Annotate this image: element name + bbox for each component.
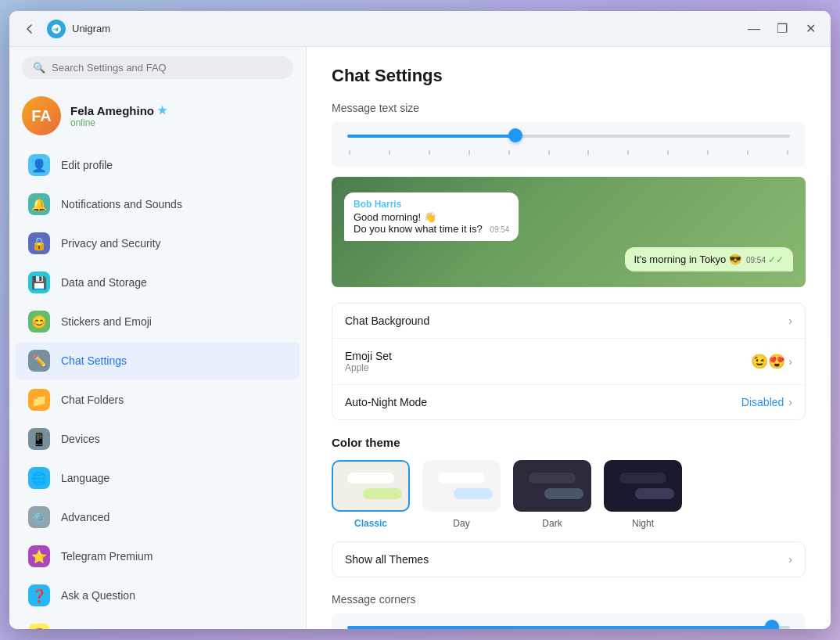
titlebar-left: Unigram <box>19 18 110 40</box>
message-corners-label: Message corners <box>332 593 806 606</box>
tick <box>587 150 589 155</box>
chat-background-label: Chat Background <box>345 315 788 327</box>
slider-fill <box>347 135 515 138</box>
emoji-set-label: Emoji Set <box>345 350 751 362</box>
chat-preview: Bob Harris Good morning! 👋 Do you know w… <box>332 177 806 287</box>
day-preview <box>422 460 501 512</box>
profile-name: Fela Ameghino ★ <box>70 104 167 117</box>
tick <box>667 150 669 155</box>
tick <box>548 150 550 155</box>
sidebar-item-label: Chat Folders <box>61 394 124 406</box>
reply-time: 09:54 <box>746 256 766 264</box>
emoji-set-row[interactable]: Emoji Set Apple 😉😍 › <box>332 339 805 385</box>
message-size-label: Message text size <box>332 102 806 114</box>
show-all-themes-row[interactable]: Show all Themes › <box>332 542 805 577</box>
sidebar-item-devices[interactable]: 📱 Devices <box>16 420 300 458</box>
chevron-icon: › <box>788 315 792 327</box>
tick <box>389 150 390 155</box>
slider-ticks <box>347 150 790 155</box>
dark-label: Dark <box>542 518 562 529</box>
double-check-icon: ✓✓ <box>768 254 784 265</box>
emoji-set-info: Emoji Set Apple <box>345 350 751 373</box>
search-input[interactable] <box>52 62 282 74</box>
avatar: FA <box>22 96 61 135</box>
night-preview <box>604 460 682 512</box>
theme-classic[interactable]: Classic <box>332 460 410 529</box>
sidebar-item-label: Notifications and Sounds <box>61 198 182 210</box>
sidebar-item-label: Edit profile <box>61 159 113 171</box>
settings-card: Chat Background › Emoji Set Apple 😉😍 › A… <box>332 303 806 420</box>
search-icon: 🔍 <box>33 62 45 74</box>
theme-dark[interactable]: Dark <box>513 460 591 529</box>
themes-row: Classic Day Dark <box>332 460 806 529</box>
corners-slider-track[interactable] <box>347 626 790 629</box>
sidebar-item-chat-settings[interactable]: ✏️ Chat Settings <box>16 342 300 379</box>
sidebar-item-ask-question[interactable]: ❓ Ask a Question <box>16 577 300 614</box>
page-title: Chat Settings <box>332 66 806 86</box>
color-theme-title: Color theme <box>332 436 806 449</box>
sidebar-item-label: Telegram Premium <box>61 550 153 563</box>
sidebar-item-advanced[interactable]: ⚙️ Advanced <box>16 498 300 536</box>
tick <box>787 150 788 155</box>
corners-slider-container <box>332 613 806 629</box>
close-button[interactable]: ✕ <box>799 18 821 40</box>
sidebar-item-label: Stickers and Emoji <box>61 315 152 328</box>
dark-bubble-in <box>529 473 576 484</box>
sender-name: Bob Harris <box>354 199 509 210</box>
sidebar-item-label: Chat Settings <box>61 354 127 367</box>
sidebar-item-label: Advanced <box>61 511 109 523</box>
profile-section: FA Fela Ameghino ★ online <box>9 88 306 146</box>
chevron-icon: › <box>788 553 792 566</box>
show-all-themes-card: Show all Themes › <box>332 541 806 577</box>
faq-icon: ❓ <box>28 624 50 629</box>
sidebar-item-chat-folders[interactable]: 📁 Chat Folders <box>16 381 300 419</box>
app-window: Unigram — ❐ ✕ 🔍 FA Fela Ameghino ★ on <box>9 11 831 629</box>
dark-bubble-out <box>544 488 583 499</box>
notifications-icon: 🔔 <box>28 193 50 215</box>
slider-thumb[interactable] <box>508 128 522 142</box>
devices-icon: 📱 <box>28 428 50 450</box>
stickers-icon: 😊 <box>28 311 50 333</box>
sidebar-item-label: Language <box>61 472 109 484</box>
edit-profile-icon: 👤 <box>28 154 50 176</box>
language-icon: 🌐 <box>28 467 50 489</box>
sidebar-item-language[interactable]: 🌐 Language <box>16 459 300 497</box>
theme-night[interactable]: Night <box>604 460 682 529</box>
app-logo <box>47 20 66 38</box>
back-button[interactable] <box>19 18 41 40</box>
reply-text: It's morning in Tokyo 😎 <box>634 253 741 265</box>
titlebar-title: Unigram <box>72 23 110 34</box>
show-all-themes-label: Show all Themes <box>345 553 788 566</box>
auto-night-row[interactable]: Auto-Night Mode Disabled › <box>332 385 805 419</box>
emoji-set-sublabel: Apple <box>345 362 751 373</box>
night-label: Night <box>632 518 654 529</box>
emoji-preview: 😉😍 <box>751 353 785 370</box>
text-size-slider-track[interactable] <box>347 135 790 138</box>
sidebar: 🔍 FA Fela Ameghino ★ online 👤 Edit profi… <box>9 47 307 629</box>
sidebar-item-notifications[interactable]: 🔔 Notifications and Sounds <box>16 185 300 223</box>
search-box[interactable]: 🔍 <box>22 56 293 79</box>
night-bubble-out <box>635 488 674 499</box>
advanced-icon: ⚙️ <box>28 506 50 528</box>
sidebar-item-privacy[interactable]: 🔒 Privacy and Security <box>16 225 300 262</box>
sidebar-item-premium[interactable]: ⭐ Telegram Premium <box>16 538 300 575</box>
corners-slider-thumb[interactable] <box>765 620 779 629</box>
sidebar-item-faq[interactable]: ❓ Telegram FAQ <box>16 616 300 629</box>
sidebar-item-data-storage[interactable]: 💾 Data and Storage <box>16 264 300 301</box>
sidebar-item-edit-profile[interactable]: 👤 Edit profile <box>16 146 300 184</box>
sidebar-item-label: Data and Storage <box>61 276 147 289</box>
dark-preview <box>513 460 591 512</box>
sidebar-item-label: Telegram FAQ <box>61 628 131 629</box>
chat-background-row[interactable]: Chat Background › <box>332 304 805 339</box>
message-text-1: Good morning! 👋 <box>354 211 509 223</box>
sidebar-item-stickers[interactable]: 😊 Stickers and Emoji <box>16 303 300 340</box>
theme-day[interactable]: Day <box>422 460 501 529</box>
day-bubble-out <box>454 488 493 499</box>
maximize-button[interactable]: ❐ <box>771 18 793 40</box>
night-bubble-in <box>619 473 666 484</box>
ask-question-icon: ❓ <box>28 584 50 606</box>
day-label: Day <box>453 518 469 529</box>
titlebar: Unigram — ❐ ✕ <box>9 11 831 47</box>
profile-status: online <box>70 117 167 128</box>
minimize-button[interactable]: — <box>743 18 765 40</box>
